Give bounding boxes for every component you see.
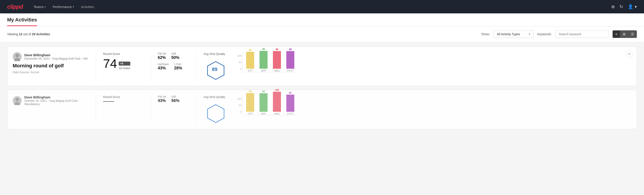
round-score-label: Round Score (103, 52, 143, 56)
user-row: Dave Billingham December 05, 2021 - Gog … (13, 52, 88, 61)
bar-app-outer (260, 93, 268, 112)
bar-ott-inner (246, 52, 254, 69)
y-axis: 100 50 0 (238, 95, 242, 113)
bar-app-inner (260, 93, 268, 112)
page-title: My Activities (7, 17, 37, 26)
nav-teams[interactable]: Teams ▾ (34, 3, 46, 10)
fw-hit-stat: FW Hit 62% (158, 52, 166, 60)
card-divider (96, 52, 96, 80)
score-value (103, 100, 114, 102)
score-holes: 18 Holes (119, 66, 130, 70)
bar-arg-inner (273, 92, 281, 112)
bar-ott-outer (246, 52, 254, 69)
bar-ott-inner (246, 93, 254, 112)
stat-group-bottom: Up/Down 43% 1 Putt 28% (158, 63, 189, 70)
grid-view-btn[interactable]: ⊞ (620, 30, 628, 38)
round-score-section: Round Score 74 +4 18 Holes (103, 52, 143, 70)
avg-shot-section: Avg Shot Quality (204, 95, 230, 124)
score-value: 74 (103, 57, 117, 70)
nav-right-icons: ⊕ ↻ 👤 ▾ (611, 4, 637, 9)
bar-app-label: APP (261, 70, 266, 72)
card-divider (96, 95, 96, 124)
bar-ott-label: OTT (248, 70, 252, 72)
avg-shot-label: Avg Shot Quality (204, 52, 225, 56)
bar-putt-outer (286, 51, 294, 69)
gir-stat: GIR 56% (172, 95, 180, 103)
bar-putt-label: PUTT (287, 70, 294, 72)
card-left: Dave Billingham December 05, 2021 - Gog … (13, 52, 88, 74)
bars-container: 85 OTT 90 APP (242, 52, 298, 72)
activity-type-dropdown[interactable]: All Activity Types ▾ (494, 30, 534, 38)
add-activity-icon[interactable]: ⊕ (611, 4, 615, 9)
user-info: Dave Billingham December 05, 2021 - Gog … (24, 53, 88, 60)
compact-view-btn[interactable]: ☰ (628, 30, 637, 38)
score-display (103, 100, 143, 102)
avatar (13, 52, 22, 61)
stat-group-top: FW Hit 43% GIR 56% (158, 95, 189, 103)
bar-ott-label: OTT (248, 112, 252, 115)
bar-arg-label: ARG (274, 70, 280, 72)
hexagon: 89 (206, 60, 224, 78)
one-putt-stat: 1 Putt 28% (174, 63, 182, 70)
refresh-icon[interactable]: ↻ (620, 4, 623, 9)
bar-putt-value: 87 (289, 92, 292, 94)
logo[interactable]: clippd (7, 3, 23, 10)
bar-arg-inner (273, 51, 281, 69)
filter-bar: Viewing 12 out of 29 Activities Show: Al… (0, 26, 644, 42)
navbar: clippd Teams ▾ Performance ▾ Activities … (0, 0, 644, 14)
bar-putt-inner (286, 51, 294, 69)
score-display: 74 +4 18 Holes (103, 57, 143, 70)
bar-arg: 106 ARG (273, 88, 281, 115)
bar-putt-label: PUTT (287, 112, 294, 115)
activity-card: Dave Billingham October 16, 2021 - Gog M… (7, 90, 637, 129)
bar-ott-value: 85 (249, 49, 252, 51)
avg-shot-label: Avg Shot Quality (204, 95, 225, 98)
chevron-down-icon: ▾ (529, 32, 530, 36)
nav-activities[interactable]: Activities (81, 3, 94, 10)
bar-ott-outer (246, 93, 254, 112)
svg-point-1 (16, 54, 19, 57)
viewing-text: Viewing 12 out of 29 Activities (7, 32, 50, 36)
score-meta: +4 18 Holes (119, 62, 130, 70)
bar-app-label: APP (261, 112, 266, 115)
round-score-section: Round Score (103, 95, 143, 102)
user-account-icon[interactable]: 👤 ▾ (628, 4, 637, 9)
chart-area: 100 50 0 94 OTT 93 (238, 95, 631, 115)
user-name: Dave Billingham (24, 95, 88, 99)
chevron-down-icon: ▾ (44, 6, 46, 8)
up-down-stat: Up/Down 43% (158, 63, 169, 70)
user-row: Dave Billingham October 16, 2021 - Gog M… (13, 95, 88, 106)
nav-performance[interactable]: Performance ▾ (53, 3, 74, 10)
avatar (13, 96, 22, 105)
gir-stat: GIR 50% (172, 52, 180, 60)
chart-section: 100 50 0 85 OTT 90 (238, 52, 631, 72)
user-info: Dave Billingham October 16, 2021 - Gog M… (24, 95, 88, 106)
edit-button[interactable]: ✏ (626, 50, 633, 58)
bar-arg: 89 ARG (273, 48, 281, 72)
round-score-label: Round Score (103, 95, 143, 98)
bar-app-value: 90 (262, 48, 265, 50)
activity-card: ✏ Dave Billingham December 05, 2021 - Go… (7, 47, 637, 86)
hexagon (206, 104, 224, 121)
svg-marker-7 (208, 105, 224, 122)
bar-app-value: 93 (262, 90, 265, 93)
keywords-label: Keywords: (537, 32, 552, 36)
avg-shot-section: Avg Shot Quality 89 (204, 52, 230, 80)
hex-value: 89 (212, 66, 217, 72)
bar-putt-inner (286, 94, 294, 112)
bar-app: 90 APP (260, 48, 268, 72)
bar-putt: 89 PUTT (286, 48, 294, 72)
bar-ott-value: 94 (249, 90, 252, 92)
hexagon-wrapper (204, 101, 226, 124)
hexagon-svg (206, 104, 226, 124)
bar-arg-outer (273, 92, 281, 112)
data-source: Data Source: Arccos (13, 70, 88, 74)
bar-putt-outer (286, 94, 294, 112)
bar-putt-value: 89 (289, 48, 292, 51)
view-toggle: ≡ ⊞ ☰ (612, 30, 637, 38)
list-view-btn[interactable]: ≡ (613, 30, 620, 38)
activity-title: Morning round of golf (13, 63, 88, 69)
bar-app-inner (260, 51, 268, 69)
user-name: Dave Billingham (24, 53, 88, 57)
search-input[interactable] (556, 30, 609, 38)
